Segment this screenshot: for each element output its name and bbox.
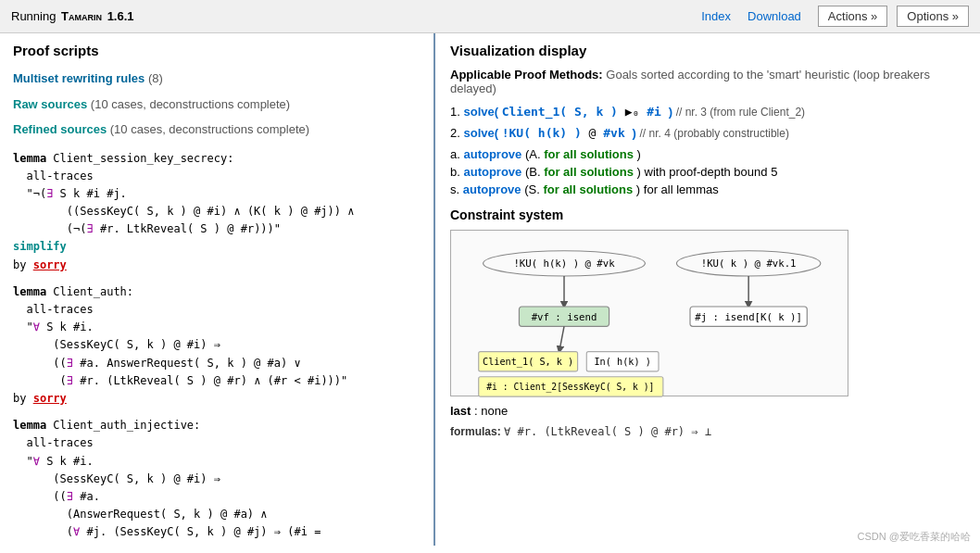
proof-close-1: ) [669, 105, 672, 119]
autoprove-a: a. autoprove (A. for all solutions ) [450, 147, 965, 161]
autoprove-letter-a: a. [450, 147, 463, 161]
svg-text:!KU( k ) @ #vk.1: !KU( k ) @ #vk.1 [701, 258, 797, 270]
proof-comment-1: // nr. 3 (from rule Client_2) [676, 106, 805, 119]
last-label: last [450, 404, 471, 418]
autoprove-link-a[interactable]: autoprove [463, 147, 521, 161]
svg-text:#j : isend[K( k )]: #j : isend[K( k )] [695, 311, 802, 323]
forall-link-s[interactable]: for all solutions [543, 182, 633, 196]
proof-scripts-title: Proof scripts [13, 43, 421, 58]
proof-comment-2: // nr. 4 (probably constructible) [640, 127, 789, 140]
autoprove-letter-s: s. [450, 182, 463, 196]
svg-line-10 [559, 326, 564, 349]
autoprove-suffix-b: ) with proof-depth bound 5 [637, 165, 778, 179]
sorry-link-2[interactable]: sorry [33, 392, 67, 405]
proof-num-2: 2. [450, 126, 463, 140]
actions-button[interactable]: Actions » [818, 6, 887, 27]
applicable-methods-label: Applicable Proof Methods: [450, 68, 603, 82]
left-panel: Proof scripts Multiset rewriting rules (… [0, 33, 435, 546]
svg-text:Client_1( S, k ): Client_1( S, k ) [483, 357, 573, 368]
refined-sources-link[interactable]: Refined sources [13, 122, 107, 136]
multiset-link-line: Multiset rewriting rules (8) [13, 69, 421, 88]
download-link[interactable]: Download [748, 9, 801, 23]
watermark: CSDN @爱吃香菜的哈哈 [858, 530, 971, 544]
svg-text:#vf : isend: #vf : isend [532, 311, 597, 323]
proof-item-2: 2. solve( !KU( h(k) ) @ #vk ) // nr. 4 (… [450, 126, 965, 140]
app-name: Tamarin [61, 9, 102, 23]
options-button[interactable]: Options » [897, 6, 969, 27]
main-layout: Proof scripts Multiset rewriting rules (… [0, 33, 980, 546]
autoprove-suffix-a: ) [637, 147, 641, 161]
autoprove-link-s[interactable]: autoprove [463, 182, 521, 196]
formulas-line: formulas: ∀ #r. (LtkReveal( S ) @ #r) ⇒ … [450, 425, 965, 438]
forall-link-a[interactable]: for all solutions [544, 147, 634, 161]
svg-text:#i : Client_2[SessKeyC( S, k ): #i : Client_2[SessKeyC( S, k )] [486, 382, 654, 393]
proof-arrow-2: @ [589, 126, 604, 140]
autoprove-letter-b: b. [450, 165, 463, 179]
formulas-label: formulas: [450, 425, 501, 438]
raw-sources-desc: (10 cases, deconstructions complete) [91, 97, 290, 111]
visualization-title: Visualization display [450, 43, 965, 58]
proof-item-1: 1. solve( Client_1( S, k ) ▶₀ #i ) // nr… [450, 105, 965, 119]
autoprove-link-b[interactable]: autoprove [463, 165, 521, 179]
forall-link-b[interactable]: for all solutions [544, 165, 634, 179]
sorry-link-1[interactable]: sorry [33, 258, 67, 271]
svg-text:In( h(k) ): In( h(k) ) [594, 357, 650, 367]
index-link[interactable]: Index [701, 9, 731, 23]
proof-at-ref-1: #i [647, 105, 668, 119]
last-value: : none [474, 404, 508, 418]
multiset-count: (8) [148, 71, 163, 85]
diagram-svg: !KU( h(k) ) @ #vk !KU( k ) @ #vk.1 #vf :… [464, 244, 853, 401]
raw-sources-link-line: Raw sources (10 cases, deconstructions c… [13, 95, 421, 114]
formulas-text: ∀ #r. (LtkReveal( S ) @ #r) ⇒ ⊥ [504, 425, 711, 438]
proof-close-2: ) [633, 126, 636, 140]
applicable-methods-section: Applicable Proof Methods: Goals sorted a… [450, 68, 965, 95]
refined-sources-desc: (10 cases, deconstructions complete) [110, 122, 309, 136]
raw-sources-link[interactable]: Raw sources [13, 97, 87, 111]
proof-num-1: 1. [450, 105, 463, 119]
lemma-client-session: lemma Client_session_key_secrecy: all-tr… [13, 150, 421, 274]
multiset-link[interactable]: Multiset rewriting rules [13, 71, 144, 85]
solve-link-2[interactable]: solve( [463, 126, 498, 140]
autoprove-b: b. autoprove (B. for all solutions ) wit… [450, 165, 965, 179]
autoprove-suffix-s: ) for all lemmas [636, 182, 719, 196]
right-panel: Visualization display Applicable Proof M… [435, 33, 980, 546]
proof-arrow-1: ▶₀ [625, 105, 647, 119]
proof-at-ref-2: #vk [603, 126, 632, 140]
autoprove-desc-b: (B. [525, 165, 544, 179]
last-line: last : none [450, 404, 965, 418]
header: Running Tamarin 1.6.1 Index Download Act… [0, 0, 980, 33]
proof-client-ref-2: !KU( h(k) ) [502, 126, 589, 140]
lemma-client-auth-injective: lemma Client_auth_injective: all-traces … [13, 417, 421, 541]
running-prefix: Running [11, 9, 56, 23]
svg-text:!KU( h(k) ) @ #vk: !KU( h(k) ) @ #vk [513, 258, 615, 270]
refined-sources-link-line: Refined sources (10 cases, deconstructio… [13, 120, 421, 139]
autoprove-desc-a: (A. [525, 147, 544, 161]
lemma-client-auth: lemma Client_auth: all-traces "∀ S k #i.… [13, 283, 421, 408]
constraint-diagram: !KU( h(k) ) @ #vk !KU( k ) @ #vk.1 #vf :… [450, 230, 848, 396]
autoprove-s: s. autoprove (S. for all solutions ) for… [450, 182, 965, 196]
autoprove-desc-s: (S. [524, 182, 543, 196]
version: 1.6.1 [107, 9, 134, 23]
solve-link-1[interactable]: solve( [463, 105, 498, 119]
proof-client-ref-1: Client_1( S, k ) [502, 105, 625, 119]
constraint-system-title: Constraint system [450, 207, 965, 222]
running-label: Running Tamarin 1.6.1 [11, 9, 134, 23]
